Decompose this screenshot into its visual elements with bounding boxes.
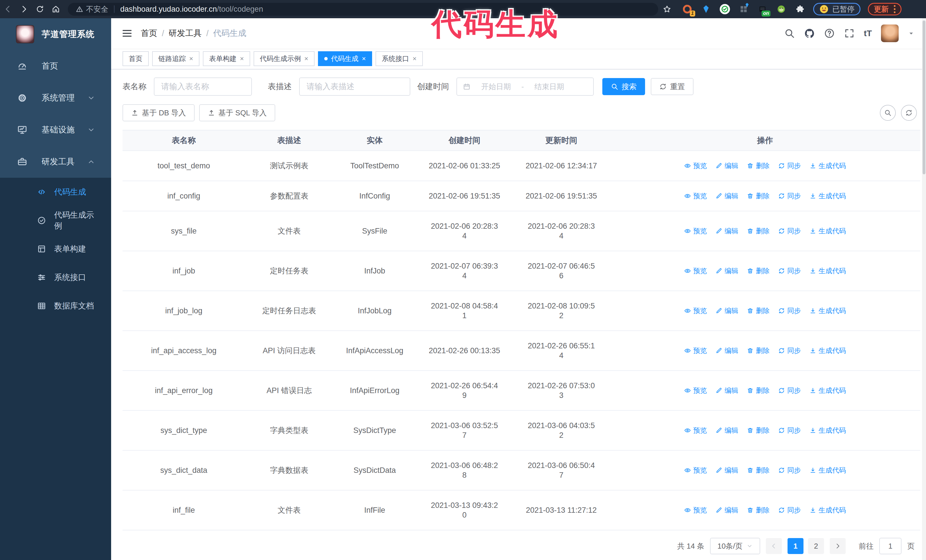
blue-gem-extension-icon[interactable] — [701, 3, 712, 15]
tab-代码生成[interactable]: 代码生成 × — [318, 51, 372, 66]
browser-home-button[interactable] — [48, 1, 64, 17]
breadcrumb-item[interactable]: 研发工具 — [169, 28, 202, 39]
sync-link[interactable]: 同步 — [778, 386, 801, 395]
delete-link[interactable]: 删除 — [747, 306, 770, 315]
import-db-button[interactable]: 基于 DB 导入 — [123, 104, 195, 121]
edit-link[interactable]: 编辑 — [716, 161, 738, 171]
end-date-input[interactable] — [528, 82, 571, 91]
tab-系统接口[interactable]: 系统接口 × — [375, 51, 423, 66]
edit-link[interactable]: 编辑 — [716, 505, 738, 515]
github-icon[interactable] — [804, 28, 815, 39]
delete-link[interactable]: 删除 — [747, 346, 770, 355]
sync-link[interactable]: 同步 — [778, 346, 801, 355]
tab-链路追踪[interactable]: 链路追踪 × — [152, 51, 200, 66]
preview-link[interactable]: 预览 — [684, 161, 707, 171]
generate-code-link[interactable]: 生成代码 — [809, 191, 846, 201]
edit-link[interactable]: 编辑 — [716, 386, 738, 395]
dark-box-extension-icon[interactable]: on — [757, 3, 768, 15]
delete-link[interactable]: 删除 — [747, 161, 770, 171]
site-security-indicator[interactable]: 不安全 — [76, 4, 108, 14]
sync-link[interactable]: 同步 — [778, 226, 801, 236]
page-button-2[interactable]: 2 — [808, 538, 824, 554]
start-date-input[interactable] — [475, 82, 517, 91]
sync-link[interactable]: 同步 — [778, 266, 801, 276]
generate-code-link[interactable]: 生成代码 — [809, 386, 846, 395]
edit-link[interactable]: 编辑 — [716, 226, 738, 236]
sync-link[interactable]: 同步 — [778, 505, 801, 515]
bookmark-star-icon[interactable] — [663, 5, 671, 14]
fullscreen-icon[interactable] — [844, 28, 855, 39]
breadcrumb-item[interactable]: 代码生成 — [213, 28, 246, 39]
edit-link[interactable]: 编辑 — [716, 266, 738, 276]
browser-back-button[interactable] — [0, 1, 16, 17]
sidebar-item-toolbox[interactable]: 研发工具 — [0, 146, 111, 178]
tab-表单构建[interactable]: 表单构建 × — [203, 51, 250, 66]
font-size-icon[interactable]: tT — [864, 29, 872, 38]
page-scrollbar[interactable] — [922, 18, 926, 560]
sync-link[interactable]: 同步 — [778, 191, 801, 201]
sidebar-subitem-form[interactable]: 表单构建 — [0, 235, 111, 263]
sidebar-item-gear[interactable]: 系统管理 — [0, 82, 111, 114]
sync-link[interactable]: 同步 — [778, 426, 801, 435]
generate-code-link[interactable]: 生成代码 — [809, 266, 846, 276]
delete-link[interactable]: 删除 — [747, 465, 770, 475]
avatar-caret-down-icon[interactable] — [908, 30, 915, 37]
toggle-search-button[interactable] — [880, 105, 896, 121]
puzzle-extension-icon[interactable] — [794, 3, 806, 15]
page-size-select[interactable]: 10条/页 — [710, 538, 760, 554]
edit-link[interactable]: 编辑 — [716, 346, 738, 355]
preview-link[interactable]: 预览 — [684, 505, 707, 515]
generate-code-link[interactable]: 生成代码 — [809, 306, 846, 315]
tab-close-icon[interactable]: × — [189, 55, 193, 62]
sync-link[interactable]: 同步 — [778, 161, 801, 171]
generate-code-link[interactable]: 生成代码 — [809, 465, 846, 475]
sidebar-subitem-example[interactable]: 代码生成示例 — [0, 206, 111, 235]
prev-page-button[interactable] — [766, 538, 782, 554]
goto-page-input[interactable] — [879, 538, 902, 554]
preview-link[interactable]: 预览 — [684, 266, 707, 276]
orange-swirl-extension-icon[interactable]: 1 — [682, 3, 693, 15]
grid-gem-extension-icon[interactable] — [738, 3, 749, 15]
preview-link[interactable]: 预览 — [684, 346, 707, 355]
scrollbar-thumb[interactable] — [923, 21, 925, 174]
breadcrumb-item[interactable]: 首页 — [141, 28, 157, 39]
delete-link[interactable]: 删除 — [747, 266, 770, 276]
sync-link[interactable]: 同步 — [778, 465, 801, 475]
refresh-table-button[interactable] — [901, 105, 917, 121]
delete-link[interactable]: 删除 — [747, 226, 770, 236]
preview-link[interactable]: 预览 — [684, 226, 707, 236]
green-check-extension-icon[interactable] — [719, 3, 731, 15]
sidebar-subitem-code[interactable]: 代码生成 — [0, 178, 111, 206]
browser-forward-button[interactable] — [16, 1, 32, 17]
sidebar-item-dashboard[interactable]: 首页 — [0, 50, 111, 82]
tab-close-icon[interactable]: × — [413, 55, 416, 62]
app-logo[interactable]: 芋道管理系统 — [0, 18, 111, 50]
preview-link[interactable]: 预览 — [684, 426, 707, 435]
reset-button[interactable]: 重置 — [651, 78, 693, 95]
browser-reload-button[interactable] — [32, 1, 48, 17]
tab-首页[interactable]: 首页 — [123, 51, 149, 66]
import-sql-button[interactable]: 基于 SQL 导入 — [199, 104, 275, 121]
tab-close-icon[interactable]: × — [362, 55, 366, 62]
date-range-picker[interactable]: - — [457, 77, 594, 96]
generate-code-link[interactable]: 生成代码 — [809, 505, 846, 515]
preview-link[interactable]: 预览 — [684, 386, 707, 395]
user-avatar[interactable] — [881, 24, 899, 42]
preview-link[interactable]: 预览 — [684, 306, 707, 315]
browser-menu-dots-icon[interactable] — [894, 5, 896, 13]
address-bar[interactable]: 不安全 dashboard.yudao.iocoder.cn/tool/code… — [68, 3, 658, 16]
search-button[interactable]: 搜索 — [602, 78, 645, 95]
profile-paused-pill[interactable]: 已暂停 — [813, 3, 861, 15]
edit-link[interactable]: 编辑 — [716, 426, 738, 435]
help-icon[interactable] — [824, 28, 835, 39]
tab-close-icon[interactable]: × — [304, 55, 308, 62]
sync-link[interactable]: 同步 — [778, 306, 801, 315]
generate-code-link[interactable]: 生成代码 — [809, 346, 846, 355]
preview-link[interactable]: 预览 — [684, 465, 707, 475]
generate-code-link[interactable]: 生成代码 — [809, 426, 846, 435]
table-name-input[interactable] — [154, 77, 252, 96]
table-desc-input[interactable] — [299, 77, 410, 96]
delete-link[interactable]: 删除 — [747, 191, 770, 201]
generate-code-link[interactable]: 生成代码 — [809, 161, 846, 171]
sidebar-subitem-api[interactable]: 系统接口 — [0, 263, 111, 292]
